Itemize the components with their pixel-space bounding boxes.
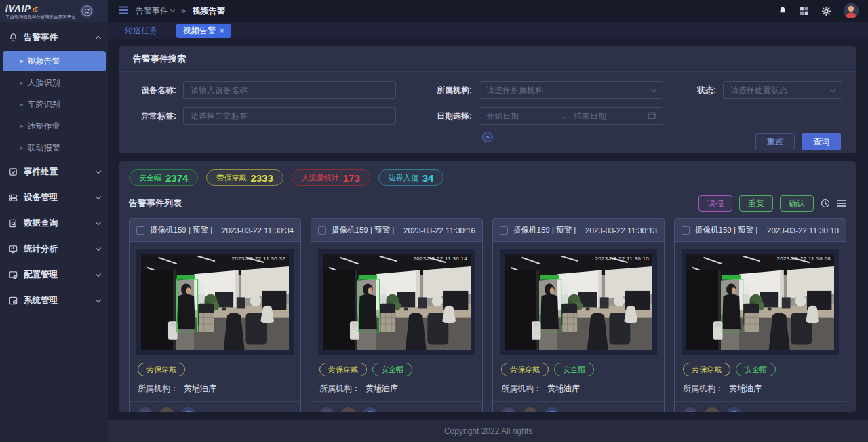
- triangle-marker-icon: ▸: [20, 144, 24, 151]
- tab-patrol-task[interactable]: 轮巡任务: [118, 24, 164, 38]
- image-icon[interactable]: [501, 407, 516, 412]
- monitor-icon[interactable]: [159, 407, 174, 412]
- breadcrumb-parent[interactable]: 告警事件: [136, 5, 174, 17]
- org-select[interactable]: 请选择所属机构: [479, 81, 663, 99]
- sidebar-item-video-alarm[interactable]: ▸ 视频告警: [3, 51, 106, 71]
- sidebar: IVAIPi5 工业现场视觉AI分析与安全预警平台 告警事件 ▸ 视频告警 ▸ …: [0, 0, 108, 442]
- card-footer: [493, 401, 664, 412]
- repeat-button[interactable]: 重复: [739, 195, 773, 212]
- card-timestamp: 2023-03-22 11:30:13: [585, 226, 657, 235]
- stat-badge-protective-wear[interactable]: 劳保穿戴 2333: [206, 169, 283, 186]
- document-icon[interactable]: [545, 407, 559, 412]
- notification-bell-icon[interactable]: [778, 6, 787, 16]
- device-name-label: 设备名称:: [130, 85, 176, 96]
- sidebar-item-label: 告警事件: [24, 32, 58, 43]
- confirm-button[interactable]: 确认: [780, 195, 814, 212]
- card-header: 摄像机159 | 预警 | 2023-03-22 11:30:34: [130, 219, 300, 242]
- camera-snapshot[interactable]: 2023-03-22 11:30:14: [318, 249, 475, 355]
- document-icon[interactable]: [363, 407, 378, 412]
- date-end-placeholder: 结束日期: [574, 110, 642, 122]
- snapshot-timestamp-overlay: 2023-03-22 11:30:08: [777, 256, 831, 262]
- image-icon[interactable]: [319, 407, 334, 412]
- tag-safety-helmet: 安全帽: [554, 363, 594, 376]
- stat-badge-people-flow[interactable]: 人流量统计 173: [292, 169, 370, 186]
- reset-button[interactable]: 重置: [755, 133, 795, 150]
- logo-badge: i5: [33, 6, 38, 13]
- sidebar-item-face-recognition[interactable]: ▸ 人脸识别: [0, 72, 108, 94]
- user-avatar[interactable]: [844, 3, 859, 18]
- content-area: 告警事件搜索 设备名称: 所属机构: 请选择所属机构: [108, 39, 868, 420]
- card-checkbox[interactable]: [136, 226, 144, 235]
- alarm-list-panel: 安全帽 2374 劳保穿戴 2333 人流量统计 173 边界入侵 34: [119, 161, 856, 412]
- sidebar-item-linkage-alarm[interactable]: ▸ 联动报警: [0, 137, 108, 159]
- monitor-icon[interactable]: [341, 407, 356, 412]
- bell-icon: [8, 33, 18, 43]
- history-clock-icon[interactable]: [821, 199, 830, 208]
- tab-close-icon[interactable]: ×: [220, 26, 224, 35]
- sidebar-item-violation-work[interactable]: ▸ 违规作业: [0, 115, 108, 137]
- sidebar-item-alarm-events[interactable]: 告警事件: [0, 24, 108, 50]
- card-header: 摄像机159 | 预警 | 2023-03-22 11:30:13: [493, 219, 664, 242]
- page-footer: Copyright 2022 All rights: [108, 420, 868, 442]
- monitor-icon[interactable]: [705, 407, 719, 412]
- camera-snapshot[interactable]: 2023-03-22 11:30:08: [682, 249, 839, 355]
- tab-video-alarm[interactable]: 视频告警 ×: [176, 24, 231, 38]
- card-checkbox[interactable]: [682, 226, 690, 235]
- image-icon[interactable]: [683, 407, 698, 412]
- false-report-button[interactable]: 误报: [698, 195, 732, 212]
- card-title: 摄像机159 | 预警 |: [150, 225, 212, 235]
- snapshot-timestamp-overlay: 2023-03-22 11:30:32: [232, 256, 285, 262]
- sidebar-item-label: 统计分析: [24, 243, 58, 255]
- sidebar-item-system-management[interactable]: 系统管理: [0, 287, 108, 313]
- menu-collapse-icon[interactable]: [118, 5, 129, 17]
- logo-title: IVAIP: [5, 3, 31, 14]
- sidebar-nav: 告警事件 ▸ 视频告警 ▸ 人脸识别 ▸ 车牌识别 ▸ 违规作业 ▸ 联动报警: [0, 22, 108, 442]
- card-tags: 劳保穿戴 安全帽: [493, 361, 664, 376]
- card-checkbox[interactable]: [500, 226, 508, 235]
- stat-badge-boundary-intrusion[interactable]: 边界入侵 34: [378, 169, 444, 186]
- date-label: 日期选择:: [426, 110, 472, 122]
- stat-badge-safety-helmet[interactable]: 安全帽 2374: [129, 169, 198, 186]
- org-label: 所属机构：: [501, 383, 542, 395]
- document-icon[interactable]: [726, 407, 741, 412]
- abnormal-tag-input[interactable]: [183, 107, 396, 125]
- status-select[interactable]: 请选择处置状态: [723, 81, 842, 99]
- card-header: 摄像机159 | 预警 | 2023-03-22 11:30:16: [311, 219, 482, 242]
- date-range-picker[interactable]: 开始日期 → 结束日期: [479, 107, 663, 125]
- org-label: 所属机构：: [138, 383, 178, 395]
- sidebar-item-event-handling[interactable]: 事件处置: [0, 159, 108, 184]
- image-icon[interactable]: [138, 407, 153, 412]
- calendar-icon: [648, 111, 656, 121]
- document-icon[interactable]: [181, 407, 196, 412]
- sidebar-item-statistics[interactable]: 统计分析: [0, 236, 108, 262]
- card-title: 摄像机159 | 预警 |: [513, 225, 576, 235]
- camera-snapshot[interactable]: 2023-03-22 11:30:32: [136, 249, 294, 355]
- collapse-search-toggle[interactable]: [482, 132, 493, 142]
- tag-protective-wear: 劳保穿戴: [501, 363, 549, 376]
- chevron-down-icon: [96, 296, 101, 302]
- chevron-down-icon: [96, 193, 101, 199]
- sidebar-item-config-management[interactable]: 配置管理: [0, 262, 108, 287]
- chevron-up-icon: [96, 35, 101, 41]
- card-timestamp: 2023-03-22 11:30:34: [222, 226, 294, 235]
- list-view-icon[interactable]: [837, 199, 846, 207]
- sidebar-item-plate-recognition[interactable]: ▸ 车牌识别: [0, 94, 108, 115]
- topbar-icons: [778, 3, 859, 18]
- card-title: 摄像机159 | 预警 |: [695, 225, 757, 235]
- breadcrumb-separator: »: [181, 6, 186, 16]
- alarm-card: 摄像机159 | 预警 | 2023-03-22 11:30:13: [492, 218, 665, 412]
- alarm-card: 摄像机159 | 预警 | 2023-03-22 11:30:10: [674, 218, 846, 412]
- grid-layout-icon[interactable]: [800, 6, 809, 16]
- alarm-cards-grid: 摄像机159 | 预警 | 2023-03-22 11:30:34: [129, 218, 846, 412]
- monitor-icon[interactable]: [523, 407, 538, 412]
- camera-snapshot[interactable]: 2023-03-22 11:30:10: [500, 249, 657, 355]
- card-footer: [311, 401, 482, 412]
- card-checkbox[interactable]: [318, 226, 326, 235]
- sidebar-item-data-query[interactable]: 数据查询: [0, 210, 108, 236]
- sidebar-item-label: 系统管理: [24, 295, 58, 306]
- sidebar-item-device-management[interactable]: 设备管理: [0, 184, 108, 210]
- device-name-input[interactable]: [183, 81, 396, 99]
- topbar: 告警事件 » 视频告警: [108, 0, 868, 22]
- settings-gear-icon[interactable]: [821, 6, 831, 16]
- query-button[interactable]: 查询: [802, 133, 841, 150]
